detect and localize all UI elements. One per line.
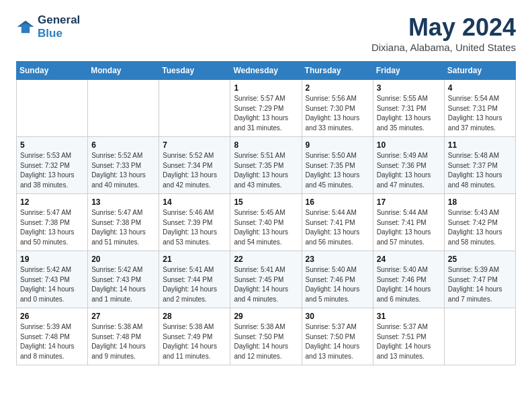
cell-info: Sunrise: 5:41 AM Sunset: 7:44 PM Dayligh… [163, 265, 226, 304]
cell-info: Sunrise: 5:50 AM Sunset: 7:35 PM Dayligh… [306, 151, 369, 190]
calendar-cell: 22Sunrise: 5:41 AM Sunset: 7:45 PM Dayli… [230, 251, 302, 308]
month-title: May 2024 [371, 13, 516, 42]
calendar-cell [88, 80, 159, 137]
day-number: 26 [20, 312, 84, 321]
logo-text: General Blue [38, 13, 80, 40]
weekday-header-row: SundayMondayTuesdayWednesdayThursdayFrid… [17, 62, 516, 80]
day-number: 3 [377, 83, 441, 93]
calendar-cell: 20Sunrise: 5:42 AM Sunset: 7:43 PM Dayli… [88, 251, 159, 308]
day-number: 5 [20, 140, 84, 150]
cell-info: Sunrise: 5:48 AM Sunset: 7:37 PM Dayligh… [448, 151, 512, 190]
calendar-cell: 8Sunrise: 5:51 AM Sunset: 7:35 PM Daylig… [230, 137, 302, 194]
cell-info: Sunrise: 5:44 AM Sunset: 7:41 PM Dayligh… [377, 208, 441, 247]
logo: General Blue [16, 13, 80, 40]
cell-info: Sunrise: 5:45 AM Sunset: 7:40 PM Dayligh… [234, 208, 298, 247]
day-number: 23 [306, 255, 369, 264]
weekday-header-friday: Friday [373, 62, 444, 80]
calendar-cell: 28Sunrise: 5:38 AM Sunset: 7:49 PM Dayli… [159, 308, 230, 365]
cell-info: Sunrise: 5:57 AM Sunset: 7:29 PM Dayligh… [234, 94, 298, 133]
day-number: 16 [306, 197, 369, 207]
calendar-week-row: 5Sunrise: 5:53 AM Sunset: 7:32 PM Daylig… [17, 137, 516, 194]
cell-info: Sunrise: 5:40 AM Sunset: 7:46 PM Dayligh… [377, 265, 441, 304]
calendar-week-row: 1Sunrise: 5:57 AM Sunset: 7:29 PM Daylig… [17, 80, 516, 137]
weekday-header-sunday: Sunday [17, 62, 88, 80]
calendar-cell: 16Sunrise: 5:44 AM Sunset: 7:41 PM Dayli… [302, 194, 373, 251]
calendar-cell: 4Sunrise: 5:54 AM Sunset: 7:31 PM Daylig… [444, 80, 515, 137]
cell-info: Sunrise: 5:39 AM Sunset: 7:47 PM Dayligh… [448, 265, 512, 304]
day-number: 4 [448, 83, 512, 93]
calendar-cell: 5Sunrise: 5:53 AM Sunset: 7:32 PM Daylig… [17, 137, 88, 194]
cell-info: Sunrise: 5:40 AM Sunset: 7:46 PM Dayligh… [306, 265, 369, 304]
calendar-cell: 1Sunrise: 5:57 AM Sunset: 7:29 PM Daylig… [230, 80, 302, 137]
cell-info: Sunrise: 5:46 AM Sunset: 7:39 PM Dayligh… [163, 208, 226, 247]
weekday-header-thursday: Thursday [302, 62, 373, 80]
cell-info: Sunrise: 5:51 AM Sunset: 7:35 PM Dayligh… [234, 151, 298, 190]
calendar-cell: 26Sunrise: 5:39 AM Sunset: 7:48 PM Dayli… [17, 308, 88, 365]
calendar-cell: 19Sunrise: 5:42 AM Sunset: 7:43 PM Dayli… [17, 251, 88, 308]
cell-info: Sunrise: 5:55 AM Sunset: 7:31 PM Dayligh… [377, 94, 441, 133]
cell-info: Sunrise: 5:38 AM Sunset: 7:50 PM Dayligh… [234, 322, 298, 361]
cell-info: Sunrise: 5:53 AM Sunset: 7:32 PM Dayligh… [20, 151, 84, 190]
calendar-table: SundayMondayTuesdayWednesdayThursdayFrid… [16, 61, 516, 365]
calendar-cell: 18Sunrise: 5:43 AM Sunset: 7:42 PM Dayli… [444, 194, 515, 251]
cell-info: Sunrise: 5:38 AM Sunset: 7:48 PM Dayligh… [91, 322, 155, 361]
cell-info: Sunrise: 5:44 AM Sunset: 7:41 PM Dayligh… [306, 208, 369, 247]
day-number: 6 [91, 140, 155, 150]
calendar-cell: 14Sunrise: 5:46 AM Sunset: 7:39 PM Dayli… [159, 194, 230, 251]
title-area: May 2024 Dixiana, Alabama, United States [371, 13, 516, 53]
cell-info: Sunrise: 5:42 AM Sunset: 7:43 PM Dayligh… [20, 265, 84, 304]
day-number: 30 [306, 312, 369, 321]
cell-info: Sunrise: 5:38 AM Sunset: 7:49 PM Dayligh… [163, 322, 226, 361]
day-number: 24 [377, 255, 441, 264]
day-number: 20 [91, 255, 155, 264]
calendar-cell: 15Sunrise: 5:45 AM Sunset: 7:40 PM Dayli… [230, 194, 302, 251]
cell-info: Sunrise: 5:37 AM Sunset: 7:50 PM Dayligh… [306, 322, 369, 361]
day-number: 31 [377, 312, 441, 321]
day-number: 13 [91, 197, 155, 207]
weekday-header-wednesday: Wednesday [230, 62, 302, 80]
day-number: 18 [448, 197, 512, 207]
calendar-cell: 10Sunrise: 5:49 AM Sunset: 7:36 PM Dayli… [373, 137, 444, 194]
day-number: 2 [306, 83, 369, 93]
cell-info: Sunrise: 5:41 AM Sunset: 7:45 PM Dayligh… [234, 265, 298, 304]
calendar-cell: 9Sunrise: 5:50 AM Sunset: 7:35 PM Daylig… [302, 137, 373, 194]
calendar-cell [444, 308, 515, 365]
calendar-week-row: 12Sunrise: 5:47 AM Sunset: 7:38 PM Dayli… [17, 194, 516, 251]
day-number: 12 [20, 197, 84, 207]
calendar-cell: 21Sunrise: 5:41 AM Sunset: 7:44 PM Dayli… [159, 251, 230, 308]
day-number: 17 [377, 197, 441, 207]
day-number: 7 [163, 140, 226, 150]
calendar-cell: 27Sunrise: 5:38 AM Sunset: 7:48 PM Dayli… [88, 308, 159, 365]
calendar-cell: 17Sunrise: 5:44 AM Sunset: 7:41 PM Dayli… [373, 194, 444, 251]
calendar-cell: 11Sunrise: 5:48 AM Sunset: 7:37 PM Dayli… [444, 137, 515, 194]
weekday-header-monday: Monday [88, 62, 159, 80]
day-number: 21 [163, 255, 226, 264]
cell-info: Sunrise: 5:37 AM Sunset: 7:51 PM Dayligh… [377, 322, 441, 361]
day-number: 27 [91, 312, 155, 321]
calendar-cell: 31Sunrise: 5:37 AM Sunset: 7:51 PM Dayli… [373, 308, 444, 365]
calendar-cell: 29Sunrise: 5:38 AM Sunset: 7:50 PM Dayli… [230, 308, 302, 365]
day-number: 28 [163, 312, 226, 321]
calendar-cell: 7Sunrise: 5:52 AM Sunset: 7:34 PM Daylig… [159, 137, 230, 194]
calendar-cell: 30Sunrise: 5:37 AM Sunset: 7:50 PM Dayli… [302, 308, 373, 365]
day-number: 14 [163, 197, 226, 207]
page-header: General Blue May 2024 Dixiana, Alabama, … [16, 13, 516, 53]
weekday-header-tuesday: Tuesday [159, 62, 230, 80]
day-number: 22 [234, 255, 298, 264]
cell-info: Sunrise: 5:47 AM Sunset: 7:38 PM Dayligh… [91, 208, 155, 247]
cell-info: Sunrise: 5:52 AM Sunset: 7:34 PM Dayligh… [163, 151, 226, 190]
calendar-cell: 24Sunrise: 5:40 AM Sunset: 7:46 PM Dayli… [373, 251, 444, 308]
calendar-week-row: 19Sunrise: 5:42 AM Sunset: 7:43 PM Dayli… [17, 251, 516, 308]
cell-info: Sunrise: 5:43 AM Sunset: 7:42 PM Dayligh… [448, 208, 512, 247]
calendar-cell: 3Sunrise: 5:55 AM Sunset: 7:31 PM Daylig… [373, 80, 444, 137]
cell-info: Sunrise: 5:54 AM Sunset: 7:31 PM Dayligh… [448, 94, 512, 133]
weekday-header-saturday: Saturday [444, 62, 515, 80]
calendar-cell: 25Sunrise: 5:39 AM Sunset: 7:47 PM Dayli… [444, 251, 515, 308]
calendar-cell: 23Sunrise: 5:40 AM Sunset: 7:46 PM Dayli… [302, 251, 373, 308]
cell-info: Sunrise: 5:39 AM Sunset: 7:48 PM Dayligh… [20, 322, 84, 361]
cell-info: Sunrise: 5:56 AM Sunset: 7:30 PM Dayligh… [306, 94, 369, 133]
day-number: 8 [234, 140, 298, 150]
calendar-cell: 12Sunrise: 5:47 AM Sunset: 7:38 PM Dayli… [17, 194, 88, 251]
calendar-cell [17, 80, 88, 137]
logo-icon [16, 19, 35, 34]
